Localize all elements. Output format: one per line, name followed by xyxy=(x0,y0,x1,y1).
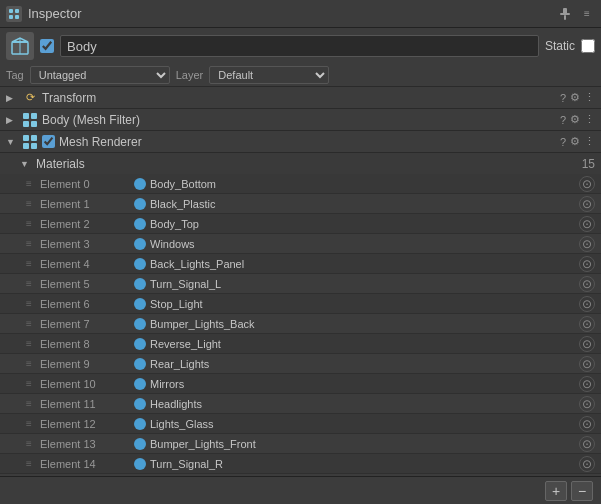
element-pick-button[interactable]: ⊙ xyxy=(579,236,595,252)
element-pick-button[interactable]: ⊙ xyxy=(579,376,595,392)
element-value: Bumper_Lights_Front xyxy=(150,438,575,450)
element-row[interactable]: ≡ Element 3 Windows ⊙ xyxy=(0,234,601,254)
element-pick-button[interactable]: ⊙ xyxy=(579,216,595,232)
material-dot xyxy=(134,218,146,230)
layer-label: Layer xyxy=(176,69,204,81)
static-checkbox[interactable] xyxy=(581,39,595,53)
mesh-filter-menu-btn[interactable]: ⋮ xyxy=(584,113,595,126)
element-pick-button[interactable]: ⊙ xyxy=(579,176,595,192)
element-row[interactable]: ≡ Element 0 Body_Bottom ⊙ xyxy=(0,174,601,194)
element-row[interactable]: ≡ Element 1 Black_Plastic ⊙ xyxy=(0,194,601,214)
element-label: Element 3 xyxy=(40,238,130,250)
materials-section-header: ▼ Materials 15 xyxy=(0,152,601,174)
drag-handle: ≡ xyxy=(22,438,36,449)
element-label: Element 0 xyxy=(40,178,130,190)
transform-help-btn[interactable]: ? xyxy=(560,92,566,104)
svg-rect-12 xyxy=(31,113,37,119)
element-row[interactable]: ≡ Element 10 Mirrors ⊙ xyxy=(0,374,601,394)
element-row[interactable]: ≡ Element 5 Turn_Signal_L ⊙ xyxy=(0,274,601,294)
mesh-filter-arrow: ▶ xyxy=(6,115,18,125)
transform-component-header[interactable]: ▶ ⟳ Transform ? ⚙ ⋮ xyxy=(0,86,601,108)
element-pick-button[interactable]: ⊙ xyxy=(579,196,595,212)
element-row[interactable]: ≡ Element 4 Back_Lights_Panel ⊙ xyxy=(0,254,601,274)
element-pick-button[interactable]: ⊙ xyxy=(579,436,595,452)
svg-rect-18 xyxy=(31,143,37,149)
mesh-filter-settings-btn[interactable]: ⚙ xyxy=(570,113,580,126)
element-value: Back_Lights_Panel xyxy=(150,258,575,270)
add-material-button[interactable]: + xyxy=(545,481,567,501)
mesh-renderer-icon xyxy=(22,134,38,150)
object-name-input[interactable] xyxy=(60,35,539,57)
menu-button[interactable]: ≡ xyxy=(579,6,595,22)
element-row[interactable]: ≡ Element 2 Body_Top ⊙ xyxy=(0,214,601,234)
element-value: Reverse_Light xyxy=(150,338,575,350)
element-row[interactable]: ≡ Element 6 Stop_Light ⊙ xyxy=(0,294,601,314)
material-dot xyxy=(134,358,146,370)
element-pick-button[interactable]: ⊙ xyxy=(579,336,595,352)
inspector-window: Inspector ≡ Static Tag Unt xyxy=(0,0,601,504)
material-dot xyxy=(134,418,146,430)
mesh-renderer-settings-btn[interactable]: ⚙ xyxy=(570,135,580,148)
materials-arrow: ▼ xyxy=(20,159,32,169)
drag-handle: ≡ xyxy=(22,238,36,249)
element-pick-button[interactable]: ⊙ xyxy=(579,456,595,472)
mesh-filter-help-btn[interactable]: ? xyxy=(560,114,566,126)
drag-handle: ≡ xyxy=(22,398,36,409)
drag-handle: ≡ xyxy=(22,358,36,369)
mesh-renderer-component-header[interactable]: ▼ Mesh Renderer ? ⚙ ⋮ xyxy=(0,130,601,152)
materials-count: 15 xyxy=(582,157,595,171)
element-label: Element 9 xyxy=(40,358,130,370)
element-row[interactable]: ≡ Element 11 Headlights ⊙ xyxy=(0,394,601,414)
transform-menu-btn[interactable]: ⋮ xyxy=(584,91,595,104)
mesh-renderer-menu-btn[interactable]: ⋮ xyxy=(584,135,595,148)
svg-rect-17 xyxy=(23,143,29,149)
mesh-renderer-enabled-checkbox[interactable] xyxy=(42,135,55,148)
material-dot xyxy=(134,198,146,210)
element-pick-button[interactable]: ⊙ xyxy=(579,396,595,412)
transform-arrow: ▶ xyxy=(6,93,18,103)
material-dot xyxy=(134,398,146,410)
element-pick-button[interactable]: ⊙ xyxy=(579,356,595,372)
svg-rect-11 xyxy=(23,113,29,119)
mesh-renderer-help-btn[interactable]: ? xyxy=(560,136,566,148)
material-dot xyxy=(134,338,146,350)
material-dot xyxy=(134,178,146,190)
svg-rect-15 xyxy=(23,135,29,141)
element-label: Element 12 xyxy=(40,418,130,430)
element-row[interactable]: ≡ Element 8 Reverse_Light ⊙ xyxy=(0,334,601,354)
element-row[interactable]: ≡ Element 9 Rear_Lights ⊙ xyxy=(0,354,601,374)
mesh-filter-icon xyxy=(22,112,38,128)
element-label: Element 11 xyxy=(40,398,130,410)
static-label: Static xyxy=(545,39,575,53)
object-header: Static xyxy=(0,28,601,64)
material-dot xyxy=(134,438,146,450)
element-row[interactable]: ≡ Element 14 Turn_Signal_R ⊙ xyxy=(0,454,601,474)
element-row[interactable]: ≡ Element 12 Lights_Glass ⊙ xyxy=(0,414,601,434)
element-label: Element 4 xyxy=(40,258,130,270)
remove-material-button[interactable]: − xyxy=(571,481,593,501)
layer-select[interactable]: Default xyxy=(209,66,329,84)
transform-settings-btn[interactable]: ⚙ xyxy=(570,91,580,104)
element-row[interactable]: ≡ Element 13 Bumper_Lights_Front ⊙ xyxy=(0,434,601,454)
element-row[interactable]: ≡ Element 7 Bumper_Lights_Back ⊙ xyxy=(0,314,601,334)
material-dot xyxy=(134,458,146,470)
element-pick-button[interactable]: ⊙ xyxy=(579,416,595,432)
mesh-filter-component-header[interactable]: ▶ Body (Mesh Filter) ? ⚙ ⋮ xyxy=(0,108,601,130)
element-pick-button[interactable]: ⊙ xyxy=(579,316,595,332)
pin-button[interactable] xyxy=(557,6,573,22)
svg-rect-3 xyxy=(15,15,19,19)
mesh-renderer-arrow: ▼ xyxy=(6,137,18,147)
element-pick-button[interactable]: ⊙ xyxy=(579,296,595,312)
tag-select[interactable]: Untagged xyxy=(30,66,170,84)
tag-layer-row: Tag Untagged Layer Default xyxy=(0,64,601,86)
object-enabled-checkbox[interactable] xyxy=(40,39,54,53)
element-pick-button[interactable]: ⊙ xyxy=(579,256,595,272)
element-label: Element 7 xyxy=(40,318,130,330)
element-pick-button[interactable]: ⊙ xyxy=(579,276,595,292)
elements-list: ≡ Element 0 Body_Bottom ⊙ ≡ Element 1 Bl… xyxy=(0,174,601,474)
transform-icon: ⟳ xyxy=(22,90,38,106)
window-icon xyxy=(6,6,22,22)
svg-rect-6 xyxy=(564,15,566,20)
drag-handle: ≡ xyxy=(22,418,36,429)
element-value: Lights_Glass xyxy=(150,418,575,430)
